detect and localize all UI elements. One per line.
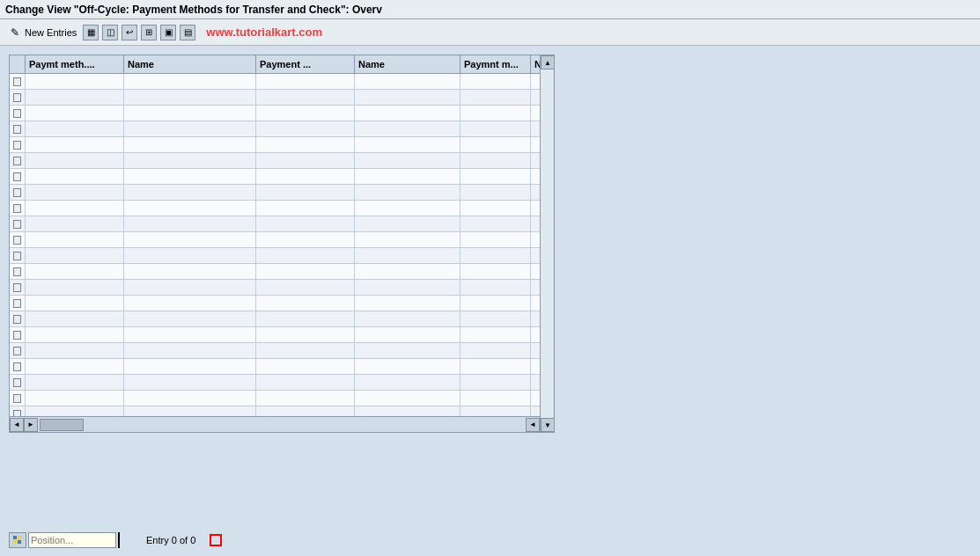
row-paymnt-m	[461, 90, 531, 106]
svg-rect-4	[13, 536, 17, 539]
row-checkbox[interactable]	[13, 283, 21, 292]
row-checkbox[interactable]	[13, 394, 21, 403]
row-checkbox-cell	[10, 406, 26, 416]
row-checkbox-cell	[10, 391, 26, 406]
row-checkbox[interactable]	[13, 252, 21, 260]
row-paymt-meth	[26, 311, 124, 327]
row-name1	[124, 375, 256, 391]
row-name2	[355, 121, 461, 137]
table-row[interactable]	[10, 216, 540, 232]
row-name2	[355, 296, 461, 311]
row-checkbox[interactable]	[13, 172, 21, 181]
row-checkbox[interactable]	[13, 141, 21, 150]
row-paymt-meth	[26, 264, 124, 280]
table-row[interactable]	[10, 185, 540, 201]
row-checkbox[interactable]	[13, 378, 21, 387]
table-body	[10, 74, 554, 416]
row-checkbox[interactable]	[13, 410, 21, 416]
hscroll-thumb[interactable]	[40, 419, 84, 431]
table-row[interactable]	[10, 74, 540, 90]
save2-icon-button[interactable]: ◫	[102, 25, 118, 40]
row-checkbox-cell	[10, 375, 26, 391]
row-payment	[256, 74, 355, 90]
row-checkbox[interactable]	[13, 267, 21, 276]
row-paymnt-m	[461, 137, 531, 153]
new-entries-button[interactable]: ✎ New Entries	[5, 24, 79, 41]
row-name1	[124, 311, 256, 327]
row-payment	[256, 406, 355, 416]
scroll-down-button[interactable]: ▼	[541, 418, 555, 432]
row-checkbox[interactable]	[13, 299, 21, 308]
table-row[interactable]	[10, 296, 540, 311]
table-row[interactable]	[10, 327, 540, 343]
paste-icon: ▣	[165, 27, 173, 37]
row-paymt-meth	[26, 375, 124, 391]
hscroll-left-button[interactable]: ◄	[10, 418, 24, 432]
row-checkbox[interactable]	[13, 125, 21, 134]
row-checkbox[interactable]	[13, 220, 21, 229]
new-entries-icon: ✎	[8, 26, 22, 40]
row-name2	[355, 327, 461, 343]
table-row[interactable]	[10, 248, 540, 264]
position-grid-icon	[12, 535, 23, 545]
hscroll-far-left-button[interactable]: ◄	[526, 418, 540, 432]
table-row[interactable]	[10, 264, 540, 280]
row-paymt-meth	[26, 359, 124, 375]
entry-cursor-indicator	[210, 534, 222, 546]
table-row[interactable]	[10, 90, 540, 106]
row-name1	[124, 169, 256, 185]
table-row[interactable]	[10, 280, 540, 296]
copy-icon-button[interactable]: ⊞	[141, 25, 157, 40]
table-row[interactable]	[10, 391, 540, 406]
print-icon-button[interactable]: ▤	[180, 25, 195, 40]
row-paymt-meth	[26, 121, 124, 137]
table-row[interactable]	[10, 359, 540, 375]
row-checkbox-cell	[10, 216, 26, 232]
table-row[interactable]	[10, 169, 540, 185]
table-row[interactable]	[10, 406, 540, 416]
row-checkbox[interactable]	[13, 157, 21, 165]
table-header: Paymt meth.... Name Payment ... Name Pay…	[10, 55, 554, 74]
save-icon-button[interactable]: ▦	[83, 25, 99, 40]
row-checkbox[interactable]	[13, 77, 21, 86]
row-checkbox[interactable]	[13, 362, 21, 371]
row-checkbox[interactable]	[13, 347, 21, 355]
row-checkbox[interactable]	[13, 236, 21, 245]
table-row[interactable]	[10, 375, 540, 391]
row-checkbox[interactable]	[13, 204, 21, 213]
row-checkbox-cell	[10, 232, 26, 248]
row-name1	[124, 201, 256, 216]
table-row[interactable]	[10, 137, 540, 153]
row-checkbox[interactable]	[13, 93, 21, 102]
row-paymnt-m	[461, 406, 531, 416]
row-checkbox[interactable]	[13, 109, 21, 118]
row-paymnt-m	[461, 169, 531, 185]
undo-icon-button[interactable]: ↩	[122, 25, 137, 40]
row-checkbox[interactable]	[13, 331, 21, 340]
toolbar: ✎ New Entries ▦ ◫ ↩ ⊞ ▣ ▤ www.tutorialka…	[0, 19, 980, 46]
table-row[interactable]	[10, 343, 540, 359]
row-checkbox-cell	[10, 137, 26, 153]
table-row[interactable]	[10, 153, 540, 169]
paste-icon-button[interactable]: ▣	[160, 25, 176, 40]
row-checkbox[interactable]	[13, 188, 21, 197]
position-input[interactable]	[28, 532, 116, 548]
table-row[interactable]	[10, 121, 540, 137]
scroll-up-button[interactable]: ▲	[541, 55, 555, 70]
row-paymt-meth	[26, 327, 124, 343]
row-paymnt-m	[461, 106, 531, 121]
table-row[interactable]	[10, 106, 540, 121]
table-row[interactable]	[10, 232, 540, 248]
row-checkbox[interactable]	[13, 315, 21, 324]
row-paymt-meth	[26, 137, 124, 153]
row-checkbox-cell	[10, 90, 26, 106]
table-row[interactable]	[10, 311, 540, 327]
header-payment: Payment ...	[256, 55, 355, 73]
table-row[interactable]	[10, 201, 540, 216]
row-paymt-meth	[26, 153, 124, 169]
entry-label: Entry 0 of 0	[146, 535, 195, 545]
hscroll-right-button[interactable]: ►	[24, 418, 38, 432]
row-payment	[256, 248, 355, 264]
row-paymnt-m	[461, 121, 531, 137]
row-checkbox-cell	[10, 185, 26, 201]
